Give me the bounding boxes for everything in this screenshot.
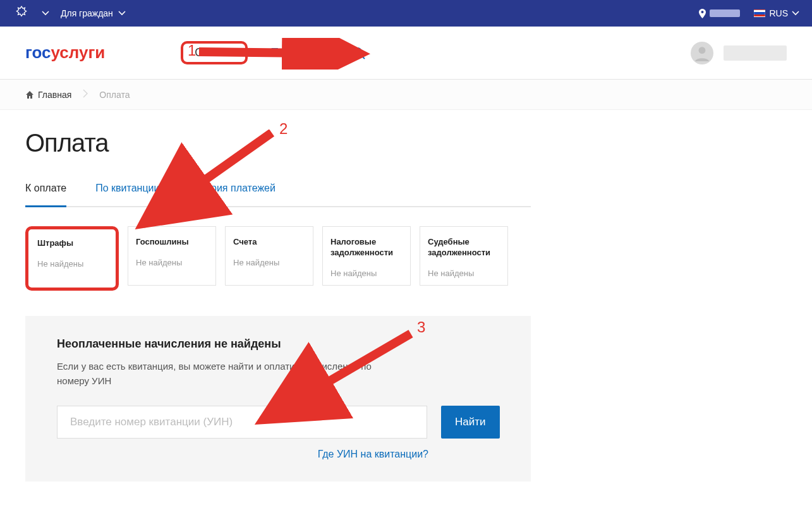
- find-button[interactable]: Найти: [441, 406, 500, 439]
- top-bar: Для граждан RUS: [0, 0, 812, 27]
- card-title: Судебные задолженности: [428, 237, 500, 258]
- card-status: Не найдены: [233, 258, 305, 267]
- card-status: Не найдены: [37, 259, 107, 269]
- nav-items: Оплата Поддержка: [181, 41, 365, 64]
- svg-point-1: [354, 48, 361, 56]
- annotation-2: 2: [279, 120, 288, 138]
- chevron-down-icon: [118, 9, 126, 17]
- panel-text: Если у вас есть квитанция, вы можете най…: [57, 360, 385, 388]
- topbar-right: RUS: [699, 8, 799, 18]
- card-title: Штрафы: [37, 238, 107, 249]
- avatar-icon: [691, 42, 713, 64]
- card-title: Госпошлины: [136, 237, 208, 248]
- language-selector[interactable]: RUS: [754, 8, 799, 18]
- category-cards: Штрафы Не найдены Госпошлины Не найдены …: [25, 226, 787, 291]
- svg-point-0: [701, 11, 704, 13]
- search-icon: [353, 47, 365, 59]
- uin-input[interactable]: [57, 406, 427, 439]
- tab-to-pay[interactable]: К оплате: [25, 183, 66, 207]
- flag-ru-icon: [754, 9, 765, 17]
- page-content: Оплата К оплате По квитанции История пла…: [0, 110, 812, 500]
- user-name-placeholder: [724, 45, 787, 61]
- card-status: Не найдены: [136, 258, 208, 267]
- breadcrumb: Главная Оплата: [0, 80, 812, 110]
- page-title: Оплата: [25, 129, 787, 157]
- chevron-down-icon: [42, 9, 49, 17]
- card-title: Налоговые задолженности: [330, 237, 403, 258]
- breadcrumb-sep-icon: [83, 89, 88, 100]
- uin-help-link[interactable]: Где УИН на квитанции?: [57, 449, 428, 460]
- card-status: Не найдены: [428, 269, 500, 278]
- panel-title: Неоплаченные начисления не найдены: [57, 337, 499, 351]
- location-name-placeholder: [710, 9, 740, 17]
- breadcrumb-home[interactable]: Главная: [25, 90, 71, 100]
- site-logo[interactable]: госуслуги: [25, 43, 105, 63]
- tab-by-receipt[interactable]: По квитанции: [95, 183, 159, 206]
- audience-label: Для граждан: [61, 8, 113, 18]
- card-duties[interactable]: Госпошлины Не найдены: [128, 226, 216, 286]
- card-tax-debts[interactable]: Налоговые задолженности Не найдены: [322, 226, 411, 286]
- nav-item-support[interactable]: Поддержка: [270, 46, 330, 59]
- card-bills[interactable]: Счета Не найдены: [225, 226, 313, 286]
- location-selector[interactable]: [699, 9, 740, 18]
- language-label: RUS: [769, 8, 788, 18]
- svg-point-3: [699, 47, 706, 54]
- person-icon: [694, 45, 710, 61]
- payment-tabs: К оплате По квитанции История платежей: [25, 183, 531, 207]
- logo-part2: услуги: [51, 43, 106, 62]
- annotation-3: 3: [417, 318, 425, 336]
- chevron-down-icon: [792, 9, 799, 17]
- uin-search-row: Найти: [57, 406, 499, 439]
- tab-history[interactable]: История платежей: [188, 183, 275, 206]
- audience-selector[interactable]: Для граждан: [61, 8, 126, 18]
- state-emblem-icon: [13, 4, 30, 22]
- card-title: Счета: [233, 237, 305, 248]
- svg-line-2: [361, 55, 365, 59]
- logo-part1: гос: [25, 43, 51, 62]
- card-status: Не найдены: [330, 269, 403, 278]
- nav-search-button[interactable]: [353, 47, 365, 59]
- home-icon: [25, 90, 34, 99]
- topbar-left: Для граждан: [13, 4, 126, 22]
- no-charges-panel: Неоплаченные начисления не найдены Если …: [25, 316, 531, 482]
- breadcrumb-current: Оплата: [99, 90, 130, 100]
- user-area[interactable]: [691, 42, 787, 64]
- emblem-dropdown[interactable]: [42, 9, 49, 17]
- annotation-1: 1: [188, 42, 196, 59]
- location-pin-icon: [699, 9, 706, 18]
- main-nav: госуслуги Оплата Поддержка: [0, 27, 812, 80]
- card-court-debts[interactable]: Судебные задолженности Не найдены: [420, 226, 508, 286]
- card-fines[interactable]: Штрафы Не найдены: [25, 226, 119, 291]
